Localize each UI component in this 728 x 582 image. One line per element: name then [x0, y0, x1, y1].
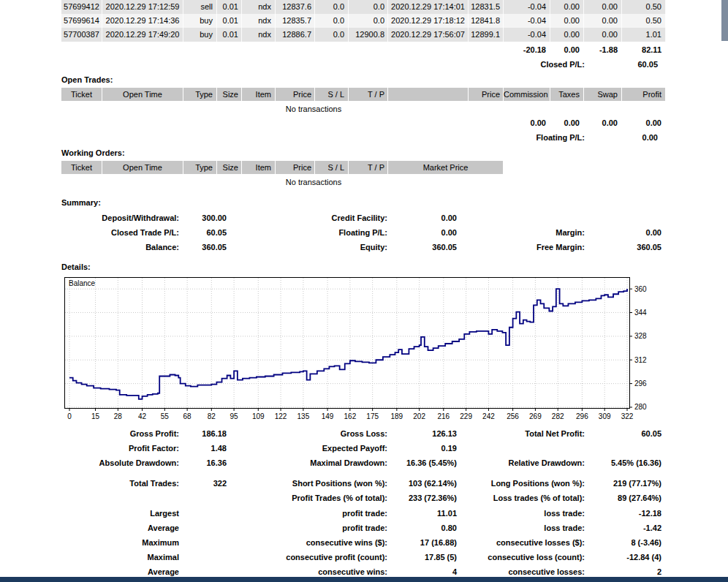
stat-label: Largest [61, 508, 179, 518]
chart-xtick-label: 149 [322, 412, 334, 420]
stat-value [585, 212, 661, 224]
working-orders-title: Working Orders: [61, 148, 566, 158]
cell-commission: -0.04 [504, 14, 550, 28]
stat-value: 16.36 [179, 458, 227, 468]
total-profit: 82.11 [622, 44, 666, 56]
total-commission: -20.18 [504, 44, 550, 56]
header-sl: S / L [315, 161, 349, 174]
stat-value: 0.00 [585, 227, 661, 238]
chart-xtick-label: 0 [67, 412, 72, 420]
total-swap: 0.00 [584, 117, 622, 129]
header-price: Price [276, 88, 315, 101]
stat-value: 360.05 [387, 241, 457, 253]
cell-open-time: 2020.12.29 17:12:59 [102, 0, 183, 14]
cell-close-price: 12899.1 [469, 28, 504, 42]
header-commission: Commission [504, 88, 550, 101]
header-item: Item [242, 161, 276, 174]
stat-value: 103 (62.14%) [387, 478, 457, 488]
cell-type: sell [183, 0, 217, 14]
header-item: Item [242, 88, 276, 101]
stat-value: 5.45% (16.36) [585, 458, 661, 468]
stat-label: Gross Profit: [61, 428, 179, 439]
total-swap: -1.88 [584, 44, 622, 56]
cell-price: 12837.6 [276, 0, 315, 14]
total-commission: 0.00 [504, 117, 550, 129]
cell-tp: 0.0 [349, 14, 388, 28]
cell-taxes: 0.00 [550, 0, 584, 14]
stat-label: Relative Drawdown: [457, 458, 585, 468]
stat-label: Absolute Drawdown: [61, 458, 179, 468]
cell-item: ndx [242, 0, 276, 14]
stat-row: Absolute Drawdown: 16.36 Maximal Drawdow… [61, 458, 661, 468]
window-bottom-edge [0, 577, 728, 582]
closed-pl-row: Closed P/L: 60.05 [61, 58, 666, 70]
closed-trades-section: 57699412 2020.12.29 17:12:59 sell 0.01 n… [61, 0, 666, 70]
stat-label: Deposit/Withdrawal: [61, 212, 179, 224]
cell-close-price: 12841.8 [469, 14, 504, 28]
table-row[interactable]: 57699412 2020.12.29 17:12:59 sell 0.01 n… [61, 0, 666, 14]
cell-price: 12835.7 [276, 14, 315, 28]
header-open-time: Open Time [102, 88, 183, 101]
cell-size: 0.01 [217, 14, 242, 28]
cell-size: 0.01 [217, 0, 242, 14]
total-taxes: 0.00 [550, 117, 584, 129]
header-size: Size [217, 161, 242, 174]
header-size: Size [217, 88, 242, 101]
cell-close-price: 12831.5 [469, 0, 504, 14]
cell-close-time: 2020.12.29 17:14:01 [388, 0, 469, 14]
cell-ticket: 57699412 [61, 0, 102, 14]
cell-profit: 0.50 [622, 0, 666, 14]
cell-taxes: 0.00 [550, 14, 584, 28]
header-taxes: Taxes [550, 88, 584, 101]
chart-xtick-label: 189 [391, 412, 403, 420]
chart-xtick-label: 109 [252, 412, 265, 420]
stat-label: Short Positions (won %): [227, 478, 387, 488]
chart-xtick-label: 175 [366, 412, 379, 420]
chart-xtick-label: 322 [621, 412, 634, 420]
chart-xtick-label: 42 [138, 412, 147, 420]
stat-label: Credit Facility: [227, 212, 387, 224]
cell-item: ndx [242, 28, 276, 42]
table-row[interactable]: 57700387 2020.12.29 17:49:20 buy 0.01 nd… [61, 28, 666, 42]
stat-label: Total Net Profit: [457, 428, 585, 439]
cell-ticket: 57700387 [61, 28, 102, 42]
details-title: Details: [61, 262, 91, 272]
cell-tp: 12900.8 [349, 28, 388, 42]
stat-value [179, 508, 227, 518]
stat-value: 2 [585, 567, 661, 577]
stat-row: Total Trades: 322 Short Positions (won %… [61, 478, 661, 488]
chart-xtick-label: 282 [552, 412, 564, 420]
stats-block-2: Total Trades: 322 Short Positions (won %… [61, 478, 661, 503]
stat-value [585, 443, 661, 453]
stat-label: Profit Trades (% of total): [227, 493, 387, 503]
summary-row: Balance: 360.05 Equity: 360.05 Free Marg… [61, 241, 661, 253]
stats-block-1: Gross Profit: 186.18 Gross Loss: 126.13 … [61, 428, 661, 468]
stat-label: Loss trades (% of total): [457, 493, 585, 503]
stat-label: Floating P/L: [227, 227, 387, 238]
cell-swap: 0.00 [584, 14, 622, 28]
stat-value: 89 (27.64%) [585, 493, 661, 503]
chart-xtick-label: 242 [482, 412, 495, 420]
cell-ticket: 57699614 [61, 14, 102, 28]
header-open-time: Open Time [102, 161, 183, 174]
stat-label: Equity: [227, 241, 387, 253]
stat-label: Profit Factor: [61, 443, 179, 453]
stat-value: 300.00 [179, 212, 227, 224]
table-row[interactable]: 57699614 2020.12.29 17:14:36 buy 0.01 nd… [61, 14, 666, 28]
stat-value [179, 523, 227, 533]
chart-ytick-label: 360 [634, 285, 647, 293]
chart-xtick-label: 68 [183, 412, 192, 420]
stat-value: 8 (-3.46) [585, 537, 661, 548]
cell-taxes: 0.00 [550, 28, 584, 42]
scrollbar-thumb[interactable] [721, 0, 728, 41]
summary-title: Summary: [61, 197, 661, 208]
stat-label: consecutive losses ($): [457, 537, 585, 548]
cell-item: ndx [242, 14, 276, 28]
stat-value: 233 (72.36%) [387, 493, 457, 503]
balance-chart-svg: 3603443283122962800152842556882951091221… [64, 277, 658, 423]
chart-xtick-label: 269 [529, 412, 542, 420]
stat-label: consecutive wins ($): [227, 537, 387, 548]
stat-label: profit trade: [227, 508, 387, 518]
cell-commission: -0.04 [504, 0, 550, 14]
stat-value: 17.85 (5) [387, 552, 457, 562]
